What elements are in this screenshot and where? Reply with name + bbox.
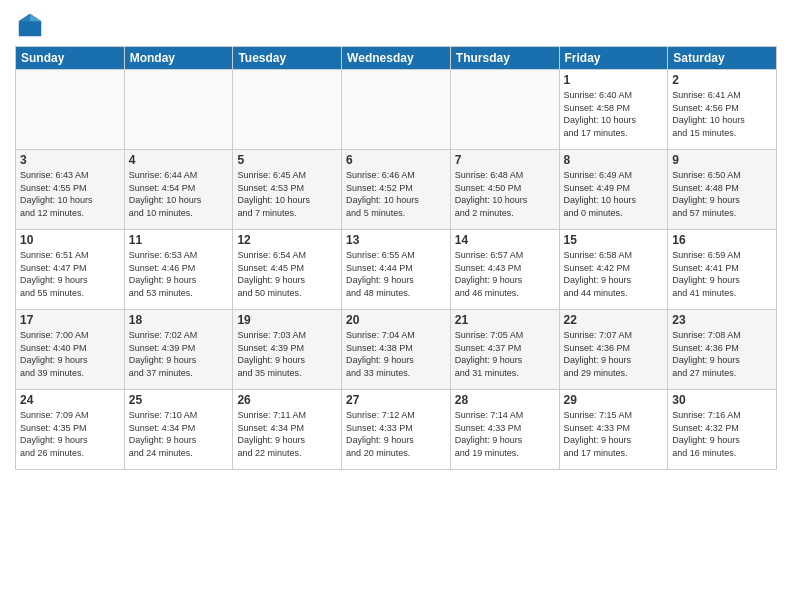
day-cell: 27Sunrise: 7:12 AM Sunset: 4:33 PM Dayli… [342,390,451,470]
svg-marker-1 [30,14,41,22]
day-info: Sunrise: 7:07 AM Sunset: 4:36 PM Dayligh… [564,329,664,379]
day-number: 6 [346,153,446,167]
day-number: 12 [237,233,337,247]
day-cell: 11Sunrise: 6:53 AM Sunset: 4:46 PM Dayli… [124,230,233,310]
day-number: 10 [20,233,120,247]
day-cell [124,70,233,150]
logo [15,10,49,40]
day-cell: 24Sunrise: 7:09 AM Sunset: 4:35 PM Dayli… [16,390,125,470]
day-number: 18 [129,313,229,327]
day-cell: 2Sunrise: 6:41 AM Sunset: 4:56 PM Daylig… [668,70,777,150]
day-info: Sunrise: 6:49 AM Sunset: 4:49 PM Dayligh… [564,169,664,219]
day-number: 16 [672,233,772,247]
day-info: Sunrise: 7:14 AM Sunset: 4:33 PM Dayligh… [455,409,555,459]
day-info: Sunrise: 6:40 AM Sunset: 4:58 PM Dayligh… [564,89,664,139]
day-info: Sunrise: 7:03 AM Sunset: 4:39 PM Dayligh… [237,329,337,379]
day-info: Sunrise: 6:45 AM Sunset: 4:53 PM Dayligh… [237,169,337,219]
day-cell: 17Sunrise: 7:00 AM Sunset: 4:40 PM Dayli… [16,310,125,390]
day-number: 5 [237,153,337,167]
day-cell: 21Sunrise: 7:05 AM Sunset: 4:37 PM Dayli… [450,310,559,390]
logo-icon [15,10,45,40]
day-number: 27 [346,393,446,407]
day-cell: 16Sunrise: 6:59 AM Sunset: 4:41 PM Dayli… [668,230,777,310]
day-number: 9 [672,153,772,167]
day-number: 2 [672,73,772,87]
day-cell: 22Sunrise: 7:07 AM Sunset: 4:36 PM Dayli… [559,310,668,390]
week-row-2: 3Sunrise: 6:43 AM Sunset: 4:55 PM Daylig… [16,150,777,230]
day-info: Sunrise: 7:11 AM Sunset: 4:34 PM Dayligh… [237,409,337,459]
day-number: 4 [129,153,229,167]
day-cell: 12Sunrise: 6:54 AM Sunset: 4:45 PM Dayli… [233,230,342,310]
day-info: Sunrise: 7:02 AM Sunset: 4:39 PM Dayligh… [129,329,229,379]
svg-marker-2 [19,14,30,22]
day-number: 15 [564,233,664,247]
day-cell: 19Sunrise: 7:03 AM Sunset: 4:39 PM Dayli… [233,310,342,390]
day-cell: 15Sunrise: 6:58 AM Sunset: 4:42 PM Dayli… [559,230,668,310]
day-number: 14 [455,233,555,247]
header-cell-wednesday: Wednesday [342,47,451,70]
day-number: 24 [20,393,120,407]
day-number: 7 [455,153,555,167]
day-info: Sunrise: 6:58 AM Sunset: 4:42 PM Dayligh… [564,249,664,299]
day-cell: 7Sunrise: 6:48 AM Sunset: 4:50 PM Daylig… [450,150,559,230]
day-info: Sunrise: 6:59 AM Sunset: 4:41 PM Dayligh… [672,249,772,299]
day-info: Sunrise: 6:55 AM Sunset: 4:44 PM Dayligh… [346,249,446,299]
header-cell-friday: Friday [559,47,668,70]
day-info: Sunrise: 7:12 AM Sunset: 4:33 PM Dayligh… [346,409,446,459]
day-info: Sunrise: 7:04 AM Sunset: 4:38 PM Dayligh… [346,329,446,379]
day-number: 17 [20,313,120,327]
header [15,10,777,40]
day-number: 26 [237,393,337,407]
day-cell [16,70,125,150]
day-cell: 10Sunrise: 6:51 AM Sunset: 4:47 PM Dayli… [16,230,125,310]
day-info: Sunrise: 6:50 AM Sunset: 4:48 PM Dayligh… [672,169,772,219]
day-cell [342,70,451,150]
day-info: Sunrise: 7:08 AM Sunset: 4:36 PM Dayligh… [672,329,772,379]
day-number: 3 [20,153,120,167]
day-cell [233,70,342,150]
day-cell: 9Sunrise: 6:50 AM Sunset: 4:48 PM Daylig… [668,150,777,230]
day-number: 11 [129,233,229,247]
day-cell: 14Sunrise: 6:57 AM Sunset: 4:43 PM Dayli… [450,230,559,310]
day-info: Sunrise: 6:53 AM Sunset: 4:46 PM Dayligh… [129,249,229,299]
day-cell: 6Sunrise: 6:46 AM Sunset: 4:52 PM Daylig… [342,150,451,230]
day-cell [450,70,559,150]
day-info: Sunrise: 7:10 AM Sunset: 4:34 PM Dayligh… [129,409,229,459]
day-info: Sunrise: 7:09 AM Sunset: 4:35 PM Dayligh… [20,409,120,459]
header-cell-saturday: Saturday [668,47,777,70]
calendar-header: SundayMondayTuesdayWednesdayThursdayFrid… [16,47,777,70]
day-info: Sunrise: 6:43 AM Sunset: 4:55 PM Dayligh… [20,169,120,219]
day-cell: 8Sunrise: 6:49 AM Sunset: 4:49 PM Daylig… [559,150,668,230]
day-number: 30 [672,393,772,407]
day-cell: 5Sunrise: 6:45 AM Sunset: 4:53 PM Daylig… [233,150,342,230]
day-number: 23 [672,313,772,327]
header-cell-sunday: Sunday [16,47,125,70]
day-cell: 18Sunrise: 7:02 AM Sunset: 4:39 PM Dayli… [124,310,233,390]
day-info: Sunrise: 6:46 AM Sunset: 4:52 PM Dayligh… [346,169,446,219]
header-cell-thursday: Thursday [450,47,559,70]
day-number: 25 [129,393,229,407]
day-cell: 3Sunrise: 6:43 AM Sunset: 4:55 PM Daylig… [16,150,125,230]
day-info: Sunrise: 7:15 AM Sunset: 4:33 PM Dayligh… [564,409,664,459]
week-row-1: 1Sunrise: 6:40 AM Sunset: 4:58 PM Daylig… [16,70,777,150]
day-info: Sunrise: 7:16 AM Sunset: 4:32 PM Dayligh… [672,409,772,459]
day-cell: 23Sunrise: 7:08 AM Sunset: 4:36 PM Dayli… [668,310,777,390]
header-cell-monday: Monday [124,47,233,70]
page: SundayMondayTuesdayWednesdayThursdayFrid… [0,0,792,612]
day-info: Sunrise: 6:41 AM Sunset: 4:56 PM Dayligh… [672,89,772,139]
day-info: Sunrise: 7:05 AM Sunset: 4:37 PM Dayligh… [455,329,555,379]
day-number: 28 [455,393,555,407]
day-cell: 1Sunrise: 6:40 AM Sunset: 4:58 PM Daylig… [559,70,668,150]
day-cell: 26Sunrise: 7:11 AM Sunset: 4:34 PM Dayli… [233,390,342,470]
day-cell: 20Sunrise: 7:04 AM Sunset: 4:38 PM Dayli… [342,310,451,390]
day-number: 1 [564,73,664,87]
day-number: 19 [237,313,337,327]
day-info: Sunrise: 6:54 AM Sunset: 4:45 PM Dayligh… [237,249,337,299]
day-info: Sunrise: 6:57 AM Sunset: 4:43 PM Dayligh… [455,249,555,299]
day-number: 20 [346,313,446,327]
week-row-5: 24Sunrise: 7:09 AM Sunset: 4:35 PM Dayli… [16,390,777,470]
header-row: SundayMondayTuesdayWednesdayThursdayFrid… [16,47,777,70]
day-cell: 13Sunrise: 6:55 AM Sunset: 4:44 PM Dayli… [342,230,451,310]
header-cell-tuesday: Tuesday [233,47,342,70]
day-number: 29 [564,393,664,407]
